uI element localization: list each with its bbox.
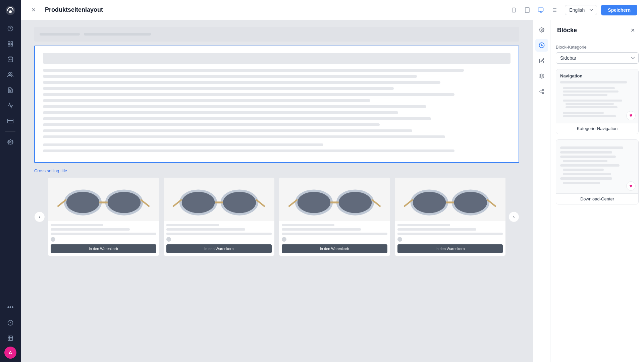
sidebar-item-marketing[interactable] — [3, 99, 17, 113]
sidebar-item-table[interactable] — [3, 331, 17, 345]
product-card-1[interactable]: In den Warenkorb — [48, 177, 159, 256]
svg-point-78 — [542, 93, 544, 94]
sidebar-item-content[interactable] — [3, 83, 17, 97]
left-sidebar: ••• A — [0, 0, 21, 362]
add-to-cart-btn-4[interactable]: In den Warenkorb — [397, 244, 503, 253]
app-logo[interactable] — [3, 3, 17, 17]
block-category-label: Block-Kategorie — [556, 45, 639, 50]
product-card-body-1: In den Warenkorb — [48, 221, 159, 256]
cross-sell-title[interactable]: Cross selling title — [34, 168, 519, 173]
content-line-1 — [43, 69, 464, 72]
main-area: × Produktseitenlayout English Deutsc — [21, 0, 644, 362]
content-line-6 — [43, 99, 370, 102]
device-mobile-icon[interactable] — [508, 5, 519, 15]
svg-point-69 — [413, 192, 446, 213]
download-skeleton-group — [560, 144, 634, 184]
svg-rect-4 — [8, 42, 10, 43]
svg-point-76 — [542, 89, 544, 90]
block-preview-navigation: Navigation — [556, 69, 638, 123]
toolbar-settings-icon[interactable] — [535, 23, 548, 36]
sidebar-item-shopping[interactable] — [3, 52, 17, 66]
panel-close-button[interactable]: ✕ — [628, 25, 637, 35]
carousel-prev-button[interactable]: ‹ — [34, 212, 45, 222]
language-select[interactable]: English Deutsch Français — [565, 5, 597, 15]
product-image-4 — [395, 178, 506, 221]
content-line-5 — [43, 93, 454, 96]
svg-point-14 — [10, 141, 11, 143]
block-card-download-footer: Download-Center — [556, 193, 638, 204]
close-button[interactable]: × — [28, 4, 40, 16]
selected-content-block[interactable] — [34, 46, 519, 163]
sidebar-item-more[interactable]: ••• — [3, 300, 17, 314]
device-tablet-icon[interactable] — [522, 5, 533, 15]
block-card-navigation[interactable]: Navigation — [556, 69, 639, 134]
block-preview-download-center: ♥ — [556, 140, 638, 193]
nav-block-title: Navigation — [560, 73, 634, 78]
canvas-area: Cross selling title ‹ — [21, 20, 533, 362]
add-to-cart-btn-3[interactable]: In den Warenkorb — [282, 244, 387, 253]
toolbar-add-block-icon[interactable] — [535, 39, 548, 52]
product-card-4[interactable]: In den Warenkorb — [394, 177, 506, 256]
user-avatar[interactable]: A — [4, 347, 16, 359]
sidebar-item-help[interactable] — [3, 21, 17, 36]
sidebar-item-pages[interactable] — [3, 37, 17, 51]
favorite-nav-button[interactable]: ♥ — [626, 111, 636, 120]
toolbar-edit-icon[interactable] — [535, 54, 548, 67]
product-card-body-3: In den Warenkorb — [279, 221, 390, 256]
block-card-download-center[interactable]: ♥ Download-Center — [556, 139, 639, 204]
right-toolbar — [533, 20, 550, 362]
content-line-3 — [43, 81, 440, 84]
svg-point-9 — [9, 72, 11, 74]
product-card-body-4: In den Warenkorb — [395, 221, 506, 256]
svg-point-42 — [66, 192, 99, 213]
sidebar-item-settings[interactable] — [3, 135, 17, 149]
sidebar-item-payments[interactable] — [3, 114, 17, 128]
device-desktop-icon[interactable] — [535, 5, 546, 15]
block-category-select[interactable]: Sidebar Header Footer Content Product — [556, 52, 639, 64]
block-card-nav-footer: Kategorie-Navigation — [556, 123, 638, 134]
blocks-panel: Blöcke ✕ Block-Kategorie Sidebar Header … — [550, 20, 644, 362]
svg-point-71 — [541, 29, 542, 31]
svg-point-52 — [223, 192, 256, 213]
sidebar-item-users[interactable] — [3, 68, 17, 82]
svg-point-77 — [540, 91, 541, 92]
more-dots-icon: ••• — [7, 304, 14, 311]
product-image-1 — [48, 178, 159, 221]
top-bar-skel-1 — [40, 33, 80, 36]
sidebar-divider — [5, 131, 15, 132]
svg-line-79 — [541, 92, 542, 93]
sidebar-item-extra[interactable] — [3, 316, 17, 330]
svg-point-70 — [454, 192, 487, 213]
svg-rect-12 — [8, 119, 13, 123]
svg-point-60 — [298, 192, 330, 213]
device-list-icon[interactable] — [549, 5, 559, 15]
product-card-3[interactable]: In den Warenkorb — [279, 177, 390, 256]
svg-rect-5 — [11, 42, 13, 43]
product-image-2 — [164, 178, 275, 221]
svg-rect-26 — [538, 8, 543, 11]
favorite-download-button[interactable]: ♥ — [626, 181, 636, 191]
content-line-10 — [43, 123, 380, 126]
add-to-cart-btn-1[interactable]: In den Warenkorb — [51, 244, 156, 253]
content-line-4 — [43, 87, 394, 90]
search-bar-skel — [43, 53, 511, 64]
product-image-3 — [279, 178, 390, 221]
content-line-13 — [43, 143, 323, 146]
svg-rect-7 — [11, 45, 13, 46]
canvas-top-bar — [34, 27, 519, 42]
toolbar-layers-icon[interactable] — [535, 70, 548, 82]
carousel-next-button[interactable]: › — [508, 212, 519, 222]
toolbar-share-icon[interactable] — [535, 85, 548, 98]
content-line-2 — [43, 75, 417, 78]
svg-point-61 — [339, 192, 372, 213]
add-to-cart-btn-2[interactable]: In den Warenkorb — [166, 244, 272, 253]
content-line-8 — [43, 111, 398, 114]
top-header: × Produktseitenlayout English Deutsc — [21, 0, 644, 20]
save-button[interactable]: Speichern — [601, 5, 637, 15]
content-area: Cross selling title ‹ — [21, 20, 644, 362]
svg-point-1 — [9, 10, 12, 13]
content-line-11 — [43, 129, 412, 132]
svg-line-80 — [541, 90, 542, 91]
sidebar-bottom: ••• A — [3, 300, 17, 359]
product-card-2[interactable]: In den Warenkorb — [163, 177, 275, 256]
